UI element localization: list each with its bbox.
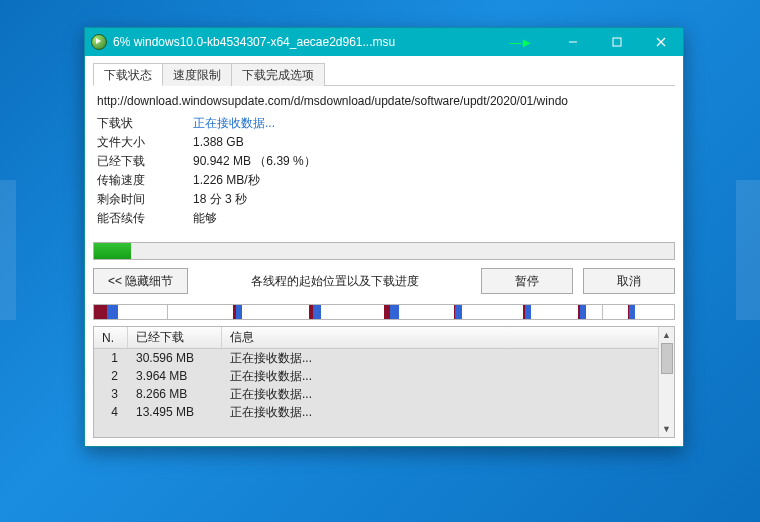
timeline-segment	[107, 305, 119, 319]
app-icon	[91, 34, 107, 50]
hide-details-button[interactable]: << 隐藏细节	[93, 268, 188, 294]
speed-label: 传输速度	[97, 171, 193, 190]
remaining-value: 18 分 3 秒	[193, 190, 247, 209]
timeline-segment	[313, 305, 321, 319]
cell-info: 正在接收数据...	[222, 350, 674, 367]
download-info: 下载状 正在接收数据... 文件大小 1.388 GB 已经下载 90.942 …	[93, 112, 675, 234]
tab-0[interactable]: 下载状态	[93, 63, 163, 86]
minimize-button[interactable]	[551, 28, 595, 56]
table-row[interactable]: 413.495 MB正在接收数据...	[94, 403, 674, 421]
cell-n: 1	[94, 351, 128, 365]
tab-2[interactable]: 下载完成选项	[231, 63, 325, 86]
table-row[interactable]: 130.596 MB正在接收数据...	[94, 349, 674, 367]
cancel-button[interactable]: 取消	[583, 268, 675, 294]
timeline-segment	[94, 305, 107, 319]
speed-value: 1.226 MB/秒	[193, 171, 260, 190]
maximize-button[interactable]	[595, 28, 639, 56]
window-title: 6% windows10.0-kb4534307-x64_aecae2d961.…	[113, 35, 395, 49]
svg-rect-1	[613, 38, 621, 46]
threads-scrollbar[interactable]: ▲ ▼	[658, 327, 674, 437]
cell-downloaded: 8.266 MB	[128, 387, 222, 401]
progress-fill	[94, 243, 131, 259]
timeline-segment	[455, 305, 462, 319]
tab-bar: 下载状态速度限制下载完成选项	[93, 62, 675, 86]
close-button[interactable]	[639, 28, 683, 56]
progress-bar	[93, 242, 675, 260]
timeline-segment	[629, 305, 635, 319]
table-row[interactable]: 38.266 MB正在接收数据...	[94, 385, 674, 403]
downloaded-label: 已经下载	[97, 152, 193, 171]
col-header-info[interactable]: 信息	[222, 327, 674, 348]
cell-info: 正在接收数据...	[222, 368, 674, 385]
download-url: http://download.windowsupdate.com/d/msdo…	[93, 86, 675, 112]
timeline-segment	[580, 305, 586, 319]
timeline-segment	[236, 305, 243, 319]
cell-n: 4	[94, 405, 128, 419]
pause-button[interactable]: 暂停	[481, 268, 573, 294]
tab-1[interactable]: 速度限制	[162, 63, 232, 86]
col-header-downloaded[interactable]: 已经下载	[128, 327, 222, 348]
status-label: 下载状	[97, 114, 193, 133]
downloaded-value: 90.942 MB （6.39 %）	[193, 152, 316, 171]
timeline-segment	[390, 305, 399, 319]
cell-info: 正在接收数据...	[222, 404, 674, 421]
status-value: 正在接收数据...	[193, 114, 275, 133]
threads-caption: 各线程的起始位置以及下载进度	[198, 273, 471, 290]
filesize-label: 文件大小	[97, 133, 193, 152]
scroll-down-icon[interactable]: ▼	[659, 421, 675, 437]
resume-label: 能否续传	[97, 209, 193, 228]
scrollbar-thumb[interactable]	[661, 343, 673, 374]
scroll-up-icon[interactable]: ▲	[659, 327, 675, 343]
titlebar[interactable]: 6% windows10.0-kb4534307-x64_aecae2d961.…	[85, 28, 683, 56]
cell-n: 2	[94, 369, 128, 383]
cell-info: 正在接收数据...	[222, 386, 674, 403]
cell-downloaded: 3.964 MB	[128, 369, 222, 383]
threads-table: N. 已经下载 信息 130.596 MB正在接收数据...23.964 MB正…	[93, 326, 675, 438]
cell-n: 3	[94, 387, 128, 401]
table-row[interactable]: 23.964 MB正在接收数据...	[94, 367, 674, 385]
thread-timeline	[93, 304, 675, 320]
arrow-icon: —►	[509, 35, 531, 50]
resume-value: 能够	[193, 209, 217, 228]
download-dialog: 6% windows10.0-kb4534307-x64_aecae2d961.…	[84, 27, 684, 447]
col-header-n[interactable]: N.	[94, 327, 128, 348]
cell-downloaded: 13.495 MB	[128, 405, 222, 419]
filesize-value: 1.388 GB	[193, 133, 244, 152]
cell-downloaded: 30.596 MB	[128, 351, 222, 365]
timeline-segment	[525, 305, 531, 319]
remaining-label: 剩余时间	[97, 190, 193, 209]
